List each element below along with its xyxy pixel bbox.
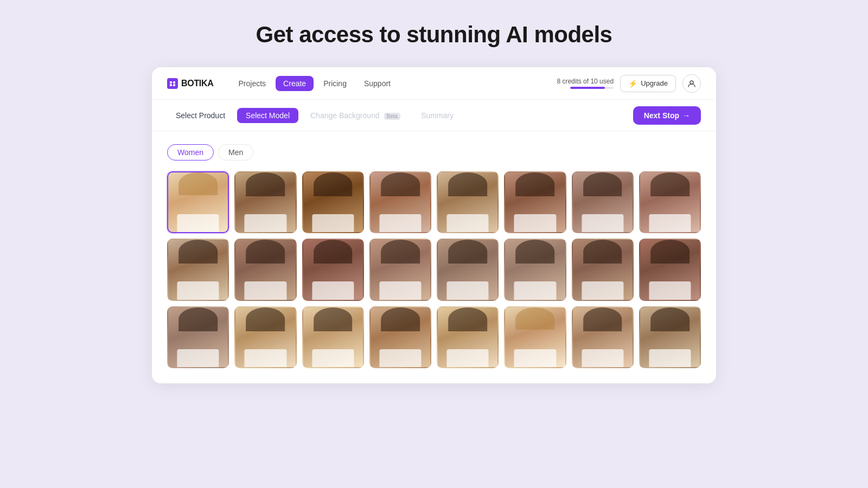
- model-hair-10: [246, 240, 285, 264]
- model-card-21[interactable]: [437, 306, 499, 368]
- next-step-label: Next Stop: [644, 111, 679, 120]
- model-card-7[interactable]: [572, 171, 634, 233]
- model-hair-6: [516, 172, 555, 196]
- model-card-11[interactable]: [302, 239, 364, 300]
- logo-text: BOTIKA: [181, 79, 214, 88]
- model-card-20[interactable]: [369, 306, 431, 368]
- nav-links: Projects Create Pricing Support: [231, 76, 398, 91]
- model-hair-23: [583, 307, 622, 331]
- model-hair-11: [314, 240, 353, 264]
- model-card-4[interactable]: [369, 171, 431, 233]
- app-card: BOTIKA Projects Create Pricing Support 8…: [152, 67, 716, 383]
- model-shirt-16: [649, 281, 691, 299]
- credits-bar: [570, 87, 614, 89]
- model-shirt-4: [379, 214, 421, 232]
- credits-text: 8 credits of 10 used: [557, 78, 614, 85]
- svg-rect-3: [173, 84, 175, 86]
- model-shirt-9: [177, 281, 219, 299]
- nav-pricing[interactable]: Pricing: [316, 76, 354, 91]
- model-hair-20: [381, 307, 420, 331]
- model-card-13[interactable]: [437, 239, 499, 300]
- model-hair-14: [516, 240, 555, 264]
- model-card-18[interactable]: [234, 306, 296, 368]
- model-card-2[interactable]: [234, 171, 296, 233]
- model-card-15[interactable]: [572, 239, 634, 300]
- model-hair-9: [178, 240, 218, 264]
- model-hair-19: [314, 307, 353, 331]
- model-shirt-7: [582, 214, 623, 232]
- svg-rect-0: [170, 81, 172, 84]
- model-card-17[interactable]: [167, 306, 229, 368]
- model-shirt-22: [514, 349, 556, 367]
- credits-info: 8 credits of 10 used: [557, 78, 614, 89]
- next-step-button[interactable]: Next Stop →: [633, 106, 701, 125]
- model-shirt-6: [514, 214, 556, 232]
- step-summary[interactable]: Summary: [412, 108, 462, 123]
- model-card-19[interactable]: [302, 306, 364, 368]
- next-step-arrow-icon: →: [682, 111, 690, 120]
- model-card-22[interactable]: [504, 306, 566, 368]
- model-hair-22: [516, 307, 555, 330]
- upgrade-button[interactable]: ⚡ Upgrade: [620, 75, 676, 92]
- model-card-6[interactable]: [504, 171, 566, 233]
- model-hair-4: [381, 172, 420, 196]
- model-card-8[interactable]: [639, 171, 701, 233]
- models-grid: [167, 171, 701, 368]
- model-hair-7: [583, 172, 622, 196]
- model-shirt-3: [312, 214, 354, 232]
- model-hair-13: [448, 240, 487, 264]
- nav-support[interactable]: Support: [356, 76, 398, 91]
- model-hair-1: [178, 172, 218, 195]
- model-shirt-2: [245, 214, 286, 232]
- nav-create[interactable]: Create: [276, 76, 314, 91]
- page-heading: Get access to stunning AI models: [256, 22, 612, 48]
- model-card-5[interactable]: [437, 171, 499, 233]
- model-hair-16: [650, 240, 690, 264]
- navbar: BOTIKA Projects Create Pricing Support 8…: [152, 67, 716, 100]
- model-card-12[interactable]: [369, 239, 431, 300]
- model-card-1[interactable]: [167, 171, 229, 233]
- model-hair-21: [448, 307, 487, 331]
- filter-women[interactable]: Women: [167, 144, 214, 160]
- filter-tabs: Women Men: [167, 144, 701, 160]
- model-hair-24: [650, 307, 690, 331]
- svg-rect-1: [173, 81, 175, 84]
- model-hair-5: [448, 172, 487, 196]
- model-card-16[interactable]: [639, 239, 701, 300]
- model-shirt-10: [245, 281, 286, 299]
- model-shirt-1: [177, 214, 219, 232]
- user-profile-button[interactable]: [682, 74, 701, 93]
- model-shirt-12: [379, 281, 421, 299]
- model-shirt-5: [447, 214, 489, 232]
- lightning-icon: ⚡: [628, 79, 637, 88]
- model-card-3[interactable]: [302, 171, 364, 233]
- step-select-model[interactable]: Select Model: [237, 108, 298, 123]
- svg-rect-2: [170, 84, 172, 86]
- model-shirt-24: [649, 349, 691, 367]
- model-shirt-8: [649, 214, 691, 232]
- step-change-background[interactable]: Change Background Beta: [302, 108, 409, 123]
- model-shirt-13: [447, 281, 489, 299]
- step-select-product[interactable]: Select Product: [167, 108, 234, 123]
- model-hair-17: [178, 307, 218, 331]
- logo-icon: [167, 78, 178, 89]
- model-card-9[interactable]: [167, 239, 229, 300]
- model-shirt-21: [447, 349, 489, 367]
- model-hair-3: [314, 172, 353, 196]
- beta-badge: Beta: [384, 113, 401, 120]
- model-card-23[interactable]: [572, 306, 634, 368]
- upgrade-label: Upgrade: [641, 79, 668, 87]
- model-hair-15: [583, 240, 622, 264]
- model-hair-12: [381, 240, 420, 264]
- content-area: Women Men: [152, 131, 716, 383]
- logo: BOTIKA: [167, 78, 214, 89]
- model-shirt-20: [379, 349, 421, 367]
- filter-men[interactable]: Men: [218, 144, 253, 160]
- steps-bar: Select Product Select Model Change Backg…: [152, 100, 716, 131]
- nav-projects[interactable]: Projects: [231, 76, 274, 91]
- model-card-14[interactable]: [504, 239, 566, 300]
- model-shirt-23: [582, 349, 623, 367]
- model-hair-8: [650, 172, 690, 196]
- model-card-24[interactable]: [639, 306, 701, 368]
- model-card-10[interactable]: [234, 239, 296, 300]
